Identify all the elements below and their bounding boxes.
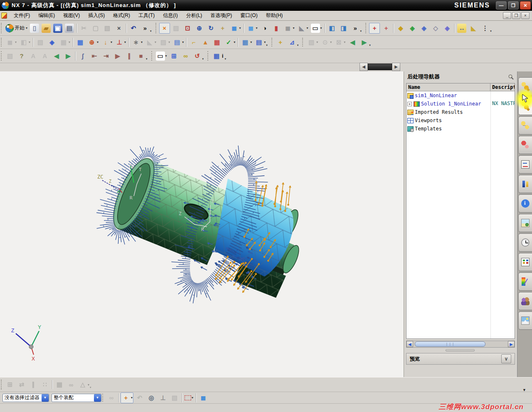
toolbar-drag-handle[interactable] bbox=[1, 380, 3, 390]
tree-row-label[interactable]: sim1_NonLinear bbox=[415, 93, 457, 98]
mesh-grid-button[interactable]: ▦▾ bbox=[58, 37, 71, 48]
shaded-view-button[interactable]: ◼▾ bbox=[229, 23, 242, 34]
tab-part-navigator[interactable] bbox=[518, 136, 532, 154]
result-back-button[interactable]: ◀ bbox=[51, 51, 62, 61]
gray-cube-button[interactable]: ◼▾ bbox=[283, 23, 296, 34]
toolbar-options-icon[interactable]: ▾ bbox=[90, 386, 91, 389]
menu-2[interactable]: 编辑(E) bbox=[34, 12, 59, 19]
selection-filter-combo[interactable]: 没有选择过滤器 ▼ bbox=[2, 394, 49, 402]
update-return-button[interactable]: ↺▾ bbox=[192, 51, 205, 61]
mesh-body-button[interactable]: ▧ bbox=[35, 37, 46, 48]
model-cube-button[interactable]: ◼▾ bbox=[5, 37, 17, 48]
menu-3[interactable]: 视图(V) bbox=[59, 12, 84, 19]
spline-blob-button[interactable]: ∫ bbox=[77, 51, 88, 61]
calculator-button[interactable]: ▦▾ bbox=[240, 37, 253, 48]
toolbar-drag-handle[interactable] bbox=[1, 23, 3, 33]
dropdown-arrow-icon[interactable]: ▾ bbox=[182, 40, 184, 44]
play-button[interactable]: ▶ bbox=[112, 51, 123, 61]
measure-distance-button[interactable]: ↔ bbox=[456, 23, 467, 34]
result-forward-button[interactable]: ▶ bbox=[63, 51, 74, 61]
graphics-viewport[interactable]: ZCZZCTRZTR Z Y X bbox=[0, 71, 404, 377]
rollback-button[interactable]: ↶ bbox=[134, 392, 145, 403]
scroll-thumb[interactable] bbox=[368, 64, 392, 70]
assembly-cubes-button[interactable]: ◧▾ bbox=[18, 37, 31, 48]
dropdown-arrow-icon[interactable]: ▾ bbox=[15, 40, 17, 44]
toolbar-overflow-down-icon[interactable]: ▼ bbox=[522, 388, 526, 392]
csys-axes-button[interactable]: + bbox=[381, 23, 392, 34]
tab-backgrounds[interactable] bbox=[518, 311, 532, 330]
toolbar-drag-handle[interactable] bbox=[102, 394, 104, 402]
tree-row-label[interactable]: Solution 1_NonLinear bbox=[421, 101, 481, 107]
mesh-table-button[interactable]: ▦ bbox=[75, 37, 86, 48]
mdi-minimize-button[interactable]: _ bbox=[503, 12, 511, 19]
interpart-rings-button[interactable]: ∞ bbox=[106, 392, 117, 403]
print-button[interactable]: ▤ bbox=[64, 23, 75, 34]
dropdown-arrow-icon[interactable]: ▾ bbox=[256, 26, 258, 30]
dropdown-arrow-icon[interactable]: ▾ bbox=[192, 396, 193, 400]
toolbar-options-icon[interactable]: ▾ bbox=[490, 29, 492, 33]
cone-ball-button[interactable]: ▲ bbox=[200, 37, 211, 48]
preview-expand-button[interactable]: ∨ bbox=[501, 354, 511, 363]
toolbar-overflow-2-icon[interactable]: »▾ bbox=[350, 23, 363, 34]
scroll-left-button[interactable]: ◀ bbox=[360, 63, 368, 71]
help-button[interactable]: ? bbox=[16, 51, 27, 61]
snap-point-button[interactable]: +▾ bbox=[121, 392, 133, 403]
dropdown-arrow-icon[interactable]: ▾ bbox=[69, 40, 70, 44]
tab-assembly-navigator[interactable] bbox=[518, 116, 532, 135]
layout-check-button[interactable]: ⊞ bbox=[169, 51, 180, 61]
dropdown-arrow-icon[interactable]: ▾ bbox=[264, 40, 266, 44]
dropdown-arrow-icon[interactable]: ▾ bbox=[165, 54, 167, 58]
toolbar-drag-handle[interactable] bbox=[271, 38, 273, 47]
sphere-target-button[interactable]: ⊕▾ bbox=[86, 37, 99, 48]
window-gradient-button[interactable]: ▦ bbox=[212, 37, 222, 48]
scroll-right-button[interactable]: ▶ bbox=[392, 63, 400, 71]
tree-row-templates[interactable]: Templates bbox=[406, 125, 515, 133]
dropdown-arrow-icon[interactable]: ▾ bbox=[29, 40, 30, 44]
nav-back-button[interactable]: ◀ bbox=[347, 37, 358, 48]
menu-4[interactable]: 插入(S) bbox=[84, 12, 109, 19]
key-list-button[interactable]: ⌐ bbox=[188, 37, 199, 48]
move-face-button[interactable]: ◧ bbox=[327, 23, 337, 34]
tree-scroll-right-button[interactable]: ▶ bbox=[508, 341, 515, 347]
save-button[interactable]: ▣ bbox=[52, 23, 63, 34]
display-mode-cube-button[interactable]: ◼▾ bbox=[246, 23, 259, 34]
tree-row-label[interactable]: Viewports bbox=[415, 118, 442, 123]
dropdown-arrow-icon[interactable]: ▾ bbox=[88, 383, 89, 387]
drafting-sheet-button[interactable]: ▭▾ bbox=[310, 23, 323, 34]
menu-9[interactable]: 首选项(P) bbox=[206, 12, 236, 19]
xbox-gray-button[interactable]: ⊠▾ bbox=[333, 37, 346, 48]
dropdown-arrow-icon[interactable]: ▾ bbox=[250, 40, 252, 44]
dropdown-arrow-icon[interactable]: ▾ bbox=[234, 40, 235, 44]
pan-view-button[interactable]: + bbox=[217, 23, 228, 34]
mdi-restore-button[interactable]: ❐ bbox=[512, 12, 520, 19]
minimize-button[interactable]: — bbox=[496, 1, 507, 10]
dropdown-arrow-icon[interactable]: ▾ bbox=[131, 396, 133, 400]
dropdown-arrow-icon[interactable]: ▾ bbox=[168, 40, 170, 44]
menu-6[interactable]: 工具(T) bbox=[134, 12, 159, 19]
tree-row-solution-1-nonlinear[interactable]: +Solution 1_NonLinearNX NASTRA bbox=[406, 100, 515, 108]
mesh-blob-button[interactable]: ▨▾ bbox=[158, 37, 171, 48]
diamond-select-button[interactable]: ◇ bbox=[430, 23, 441, 34]
render-style-button[interactable]: ◑ bbox=[259, 23, 270, 34]
mdi-close-button[interactable]: × bbox=[521, 12, 530, 19]
rectangle-select-button[interactable]: ▾ bbox=[184, 395, 194, 401]
graphics-hscrollbar[interactable]: ◀ ▶ bbox=[360, 62, 401, 71]
toolbar-options-icon[interactable]: ▾ bbox=[360, 29, 362, 33]
tree-row-sim1-nonlinear[interactable]: sim1_NonLinear bbox=[406, 91, 515, 100]
nav-forward-button[interactable]: ▶▾ bbox=[359, 37, 372, 48]
delete-button[interactable]: × bbox=[113, 23, 124, 34]
tree-row-label[interactable]: Templates bbox=[415, 126, 442, 132]
tree-scroll-thumb[interactable]: ❘❘❘ bbox=[415, 341, 485, 347]
tab-simulation-navigator[interactable] bbox=[518, 77, 532, 96]
selection-filter-dropdown-icon[interactable]: ▼ bbox=[42, 394, 49, 402]
toolbar-overflow-icon[interactable]: »▾ bbox=[140, 23, 153, 34]
grid-info-button[interactable]: ▦i▾ bbox=[211, 51, 227, 61]
diamond-swap-button[interactable]: ◈ bbox=[442, 23, 453, 34]
menu-10[interactable]: 窗口(O) bbox=[236, 12, 261, 19]
filter-gray-button[interactable]: ▧▾ bbox=[306, 37, 319, 48]
tree-hscrollbar[interactable]: ◀ ❘❘❘ ▶ bbox=[406, 341, 515, 348]
mesh-pin-button[interactable]: ◈ bbox=[47, 37, 57, 48]
preview-section[interactable]: 预览 ∨ bbox=[406, 353, 515, 365]
selection-scope-dropdown-icon[interactable]: ▼ bbox=[94, 394, 101, 402]
menu-1[interactable]: 文件(F) bbox=[10, 12, 34, 19]
